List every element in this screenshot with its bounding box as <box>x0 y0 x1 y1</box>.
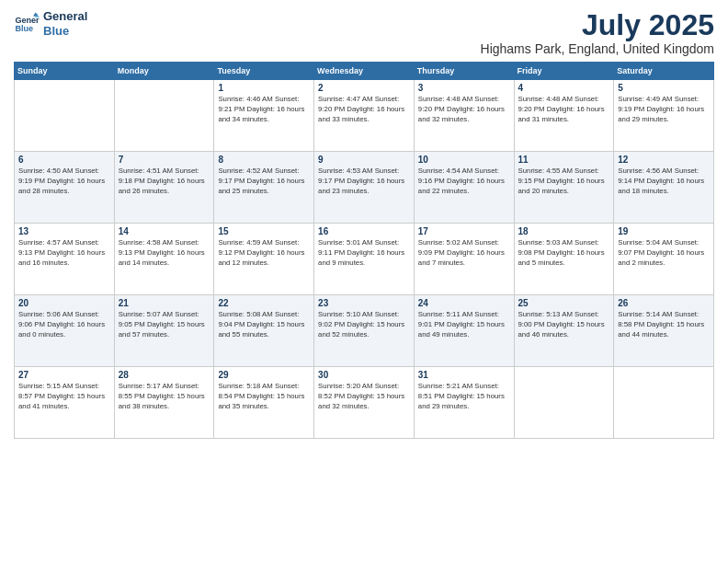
table-row: 1Sunrise: 4:46 AM Sunset: 9:21 PM Daylig… <box>214 80 314 152</box>
table-row: 2Sunrise: 4:47 AM Sunset: 9:20 PM Daylig… <box>314 80 415 152</box>
day-number: 2 <box>318 83 410 93</box>
day-info: Sunrise: 5:02 AM Sunset: 9:09 PM Dayligh… <box>418 238 510 269</box>
col-tuesday: Tuesday <box>214 63 314 80</box>
day-number: 17 <box>418 226 510 236</box>
day-number: 20 <box>18 298 110 308</box>
day-number: 1 <box>218 83 310 93</box>
table-row <box>614 367 714 439</box>
day-info: Sunrise: 5:18 AM Sunset: 8:54 PM Dayligh… <box>218 382 310 412</box>
day-number: 9 <box>318 155 410 165</box>
table-row: 25Sunrise: 5:13 AM Sunset: 9:00 PM Dayli… <box>514 295 614 367</box>
logo-general: General <box>43 9 87 24</box>
day-number: 26 <box>618 298 710 308</box>
day-info: Sunrise: 4:59 AM Sunset: 9:12 PM Dayligh… <box>218 238 310 269</box>
table-row: 23Sunrise: 5:10 AM Sunset: 9:02 PM Dayli… <box>314 295 415 367</box>
table-row: 4Sunrise: 4:48 AM Sunset: 9:20 PM Daylig… <box>514 80 614 152</box>
day-number: 18 <box>518 226 610 236</box>
table-row: 13Sunrise: 4:57 AM Sunset: 9:13 PM Dayli… <box>15 224 115 295</box>
table-row: 18Sunrise: 5:03 AM Sunset: 9:08 PM Dayli… <box>514 224 614 295</box>
table-row: 8Sunrise: 4:52 AM Sunset: 9:17 PM Daylig… <box>214 152 314 224</box>
day-info: Sunrise: 5:07 AM Sunset: 9:05 PM Dayligh… <box>119 310 210 340</box>
table-row <box>514 367 614 439</box>
day-info: Sunrise: 4:48 AM Sunset: 9:20 PM Dayligh… <box>418 95 510 125</box>
logo-blue: Blue <box>43 24 87 39</box>
table-row: 14Sunrise: 4:58 AM Sunset: 9:13 PM Dayli… <box>114 224 214 295</box>
col-thursday: Thursday <box>414 63 514 80</box>
calendar-header-row: Sunday Monday Tuesday Wednesday Thursday… <box>15 63 714 80</box>
header: General Blue General Blue July 2025 High… <box>14 9 714 56</box>
col-monday: Monday <box>114 63 214 80</box>
day-number: 27 <box>18 370 110 380</box>
day-info: Sunrise: 5:13 AM Sunset: 9:00 PM Dayligh… <box>518 310 610 340</box>
day-number: 15 <box>218 226 310 236</box>
day-number: 21 <box>119 298 210 308</box>
col-saturday: Saturday <box>614 63 714 80</box>
table-row: 6Sunrise: 4:50 AM Sunset: 9:19 PM Daylig… <box>15 152 115 224</box>
table-row: 15Sunrise: 4:59 AM Sunset: 9:12 PM Dayli… <box>214 224 314 295</box>
table-row: 5Sunrise: 4:49 AM Sunset: 9:19 PM Daylig… <box>614 80 714 152</box>
day-number: 29 <box>218 370 310 380</box>
table-row: 16Sunrise: 5:01 AM Sunset: 9:11 PM Dayli… <box>314 224 415 295</box>
day-number: 7 <box>119 155 210 165</box>
table-row: 3Sunrise: 4:48 AM Sunset: 9:20 PM Daylig… <box>414 80 514 152</box>
day-info: Sunrise: 5:20 AM Sunset: 8:52 PM Dayligh… <box>318 382 410 412</box>
day-info: Sunrise: 4:49 AM Sunset: 9:19 PM Dayligh… <box>618 95 710 125</box>
day-info: Sunrise: 4:50 AM Sunset: 9:19 PM Dayligh… <box>18 167 110 197</box>
day-info: Sunrise: 5:03 AM Sunset: 9:08 PM Dayligh… <box>518 238 610 269</box>
day-info: Sunrise: 5:14 AM Sunset: 8:58 PM Dayligh… <box>618 310 710 340</box>
table-row: 30Sunrise: 5:20 AM Sunset: 8:52 PM Dayli… <box>314 367 415 439</box>
calendar-week-row: 27Sunrise: 5:15 AM Sunset: 8:57 PM Dayli… <box>15 367 714 439</box>
day-info: Sunrise: 4:53 AM Sunset: 9:17 PM Dayligh… <box>318 167 410 197</box>
day-number: 24 <box>418 298 510 308</box>
day-info: Sunrise: 5:21 AM Sunset: 8:51 PM Dayligh… <box>418 382 510 412</box>
table-row: 9Sunrise: 4:53 AM Sunset: 9:17 PM Daylig… <box>314 152 415 224</box>
day-number: 6 <box>18 155 110 165</box>
day-info: Sunrise: 4:51 AM Sunset: 9:18 PM Dayligh… <box>119 167 210 197</box>
day-info: Sunrise: 4:52 AM Sunset: 9:17 PM Dayligh… <box>218 167 310 197</box>
title-block: July 2025 Highams Park, England, United … <box>481 9 714 56</box>
table-row: 7Sunrise: 4:51 AM Sunset: 9:18 PM Daylig… <box>114 152 214 224</box>
table-row: 31Sunrise: 5:21 AM Sunset: 8:51 PM Dayli… <box>414 367 514 439</box>
day-number: 3 <box>418 83 510 93</box>
table-row: 17Sunrise: 5:02 AM Sunset: 9:09 PM Dayli… <box>414 224 514 295</box>
table-row: 26Sunrise: 5:14 AM Sunset: 8:58 PM Dayli… <box>614 295 714 367</box>
day-info: Sunrise: 5:08 AM Sunset: 9:04 PM Dayligh… <box>218 310 310 340</box>
col-sunday: Sunday <box>15 63 115 80</box>
calendar-week-row: 20Sunrise: 5:06 AM Sunset: 9:06 PM Dayli… <box>15 295 714 367</box>
day-number: 31 <box>418 370 510 380</box>
day-info: Sunrise: 5:01 AM Sunset: 9:11 PM Dayligh… <box>318 238 410 269</box>
day-number: 8 <box>218 155 310 165</box>
day-info: Sunrise: 4:46 AM Sunset: 9:21 PM Dayligh… <box>218 95 310 125</box>
day-info: Sunrise: 5:10 AM Sunset: 9:02 PM Dayligh… <box>318 310 410 340</box>
day-number: 22 <box>218 298 310 308</box>
calendar-week-row: 6Sunrise: 4:50 AM Sunset: 9:19 PM Daylig… <box>15 152 714 224</box>
main-title: July 2025 <box>481 9 714 41</box>
table-row: 10Sunrise: 4:54 AM Sunset: 9:16 PM Dayli… <box>414 152 514 224</box>
day-info: Sunrise: 4:47 AM Sunset: 9:20 PM Dayligh… <box>318 95 410 125</box>
calendar-week-row: 1Sunrise: 4:46 AM Sunset: 9:21 PM Daylig… <box>15 80 714 152</box>
day-info: Sunrise: 4:58 AM Sunset: 9:13 PM Dayligh… <box>119 238 210 269</box>
table-row: 11Sunrise: 4:55 AM Sunset: 9:15 PM Dayli… <box>514 152 614 224</box>
day-number: 25 <box>518 298 610 308</box>
table-row <box>15 80 115 152</box>
logo-icon: General Blue <box>14 11 40 37</box>
table-row: 28Sunrise: 5:17 AM Sunset: 8:55 PM Dayli… <box>114 367 214 439</box>
day-number: 12 <box>618 155 710 165</box>
table-row <box>114 80 214 152</box>
day-number: 5 <box>618 83 710 93</box>
table-row: 20Sunrise: 5:06 AM Sunset: 9:06 PM Dayli… <box>15 295 115 367</box>
table-row: 29Sunrise: 5:18 AM Sunset: 8:54 PM Dayli… <box>214 367 314 439</box>
day-info: Sunrise: 5:11 AM Sunset: 9:01 PM Dayligh… <box>418 310 510 340</box>
table-row: 21Sunrise: 5:07 AM Sunset: 9:05 PM Dayli… <box>114 295 214 367</box>
day-info: Sunrise: 4:48 AM Sunset: 9:20 PM Dayligh… <box>518 95 610 125</box>
day-number: 10 <box>418 155 510 165</box>
day-info: Sunrise: 4:54 AM Sunset: 9:16 PM Dayligh… <box>418 167 510 197</box>
day-info: Sunrise: 4:56 AM Sunset: 9:14 PM Dayligh… <box>618 167 710 197</box>
day-number: 4 <box>518 83 610 93</box>
table-row: 27Sunrise: 5:15 AM Sunset: 8:57 PM Dayli… <box>15 367 115 439</box>
subtitle: Highams Park, England, United Kingdom <box>481 41 714 56</box>
page: General Blue General Blue July 2025 High… <box>0 0 728 563</box>
day-number: 19 <box>618 226 710 236</box>
col-wednesday: Wednesday <box>314 63 415 80</box>
table-row: 12Sunrise: 4:56 AM Sunset: 9:14 PM Dayli… <box>614 152 714 224</box>
